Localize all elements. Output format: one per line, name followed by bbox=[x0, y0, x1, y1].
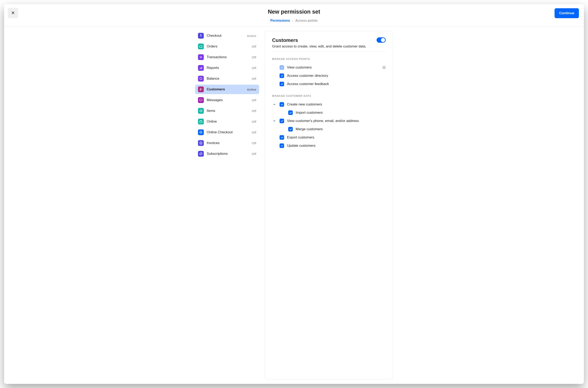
svg-point-2 bbox=[201, 47, 202, 48]
permission-label: Access customer directory bbox=[287, 74, 386, 78]
continue-button[interactable]: Continue bbox=[555, 8, 579, 18]
permission-checkbox[interactable] bbox=[280, 102, 284, 107]
svg-rect-14 bbox=[200, 111, 201, 111]
messages-icon bbox=[198, 97, 204, 103]
svg-rect-13 bbox=[200, 110, 201, 111]
svg-rect-6 bbox=[200, 78, 202, 79]
permission-row: Export customers bbox=[272, 133, 386, 142]
info-icon[interactable]: i bbox=[382, 66, 386, 69]
customers-panel: Customers Grant access to create, view, … bbox=[265, 31, 393, 379]
sidebar-item-reports[interactable]: ReportsOff bbox=[195, 63, 259, 73]
sidebar-item-checkout[interactable]: CheckoutActive bbox=[195, 31, 259, 40]
sidebar-item-label: Items bbox=[207, 109, 249, 113]
sidebar-item-label: Online Checkout bbox=[207, 130, 249, 134]
items-icon bbox=[198, 108, 204, 114]
online-icon bbox=[198, 119, 204, 124]
orders-icon bbox=[198, 44, 204, 49]
svg-rect-15 bbox=[201, 110, 202, 111]
permission-row: Access customer directory bbox=[272, 72, 386, 80]
sidebar-item-label: Customers bbox=[207, 87, 244, 91]
permission-label: View customers bbox=[287, 65, 379, 70]
invoices-icon bbox=[198, 140, 204, 146]
svg-rect-7 bbox=[201, 79, 201, 80]
sidebar-item-label: Messages bbox=[207, 98, 249, 102]
permission-checkbox[interactable] bbox=[288, 110, 293, 115]
svg-point-1 bbox=[200, 47, 201, 48]
customers-icon bbox=[198, 86, 204, 92]
permission-checkbox[interactable] bbox=[288, 127, 293, 131]
sidebar-item-status: Off bbox=[252, 109, 256, 113]
sidebar-item-status: Off bbox=[252, 131, 256, 134]
sidebar-item-status: Off bbox=[252, 77, 256, 80]
section-heading: MANAGE ACCESS POINTS bbox=[272, 57, 386, 60]
sidebar-item-transactions[interactable]: TransactionsOff bbox=[195, 52, 259, 62]
sidebar-item-status: Active bbox=[247, 88, 256, 91]
sidebar-item-balance[interactable]: BalanceOff bbox=[195, 74, 259, 83]
chevron-down-icon[interactable] bbox=[272, 103, 277, 106]
modal-header: New permission set Continue bbox=[4, 4, 584, 19]
svg-rect-16 bbox=[201, 111, 202, 111]
permission-label: Access customer feedback bbox=[287, 82, 386, 86]
permission-checkbox[interactable] bbox=[280, 65, 284, 70]
svg-rect-21 bbox=[200, 143, 201, 143]
breadcrumb-current[interactable]: Permissions bbox=[270, 19, 290, 23]
sidebar-item-status: Off bbox=[252, 98, 256, 102]
reports-icon bbox=[198, 65, 204, 71]
modal-body: CheckoutActiveOrdersOffTransactionsOffRe… bbox=[4, 26, 584, 384]
sidebar-item-status: Off bbox=[252, 55, 256, 59]
permission-label: Update customers bbox=[287, 144, 386, 148]
permission-row: View customer's phone, email, and/or add… bbox=[272, 117, 386, 125]
sidebar-item-label: Transactions bbox=[207, 55, 249, 59]
online-checkout-icon bbox=[198, 129, 204, 135]
svg-rect-3 bbox=[200, 68, 200, 69]
sidebar-item-online-checkout[interactable]: Online CheckoutOff bbox=[195, 127, 259, 137]
permission-list: Create new customersImport customersView… bbox=[272, 100, 386, 150]
sidebar-item-label: Checkout bbox=[207, 34, 244, 38]
permission-checkbox[interactable] bbox=[280, 82, 284, 86]
sidebar-item-status: Active bbox=[247, 34, 256, 38]
svg-rect-4 bbox=[201, 68, 201, 69]
svg-point-18 bbox=[200, 131, 202, 134]
sidebar-item-label: Orders bbox=[207, 44, 249, 48]
sidebar-item-orders[interactable]: OrdersOff bbox=[195, 42, 259, 51]
panel-description: Grant access to create, view, edit, and … bbox=[272, 44, 366, 48]
permission-checkbox[interactable] bbox=[280, 119, 284, 123]
checkout-icon bbox=[198, 33, 204, 39]
sidebar-item-items[interactable]: ItemsOff bbox=[195, 106, 259, 116]
customers-toggle[interactable] bbox=[377, 37, 386, 43]
sidebar-item-label: Balance bbox=[207, 76, 249, 81]
permission-label: Merge customers bbox=[296, 127, 386, 131]
panel-title: Customers bbox=[272, 37, 366, 43]
sidebar-item-customers[interactable]: CustomersActive bbox=[195, 85, 259, 94]
sidebar-item-online[interactable]: OnlineOff bbox=[195, 117, 259, 126]
svg-rect-11 bbox=[200, 99, 202, 101]
close-button[interactable] bbox=[8, 8, 18, 18]
transactions-icon bbox=[198, 54, 204, 60]
svg-rect-5 bbox=[201, 67, 202, 69]
sidebar-item-invoices[interactable]: InvoicesOff bbox=[195, 138, 259, 148]
permission-list: View customersiAccess customer directory… bbox=[272, 63, 386, 88]
chevron-down-icon[interactable] bbox=[272, 120, 277, 122]
sidebar-item-status: Off bbox=[252, 120, 256, 123]
sidebar-item-status: Off bbox=[252, 141, 256, 145]
permission-checkbox[interactable] bbox=[280, 135, 284, 140]
modal-window: New permission set Continue Permissions … bbox=[4, 4, 584, 384]
svg-rect-17 bbox=[200, 121, 202, 123]
sidebar-item-status: Off bbox=[252, 152, 256, 156]
svg-rect-20 bbox=[200, 142, 201, 143]
sidebar-item-subscriptions[interactable]: SubscriptionsOff bbox=[195, 149, 259, 159]
permission-checkbox[interactable] bbox=[280, 73, 284, 78]
sidebar-item-status: Off bbox=[252, 66, 256, 70]
sidebar-item-messages[interactable]: MessagesOff bbox=[195, 95, 259, 105]
permission-label: Import customers bbox=[296, 111, 386, 115]
permission-checkbox[interactable] bbox=[280, 144, 284, 148]
sidebar-item-label: Subscriptions bbox=[207, 152, 249, 156]
breadcrumb-next[interactable]: Access points bbox=[295, 19, 318, 23]
permission-row: Update customers bbox=[272, 142, 386, 150]
sidebar-item-label: Online bbox=[207, 120, 249, 124]
permission-row: Merge customers bbox=[272, 125, 386, 133]
svg-point-8 bbox=[200, 88, 201, 89]
permission-row: Create new customers bbox=[272, 100, 386, 109]
sidebar: CheckoutActiveOrdersOffTransactionsOffRe… bbox=[195, 31, 259, 379]
svg-rect-10 bbox=[201, 89, 202, 90]
